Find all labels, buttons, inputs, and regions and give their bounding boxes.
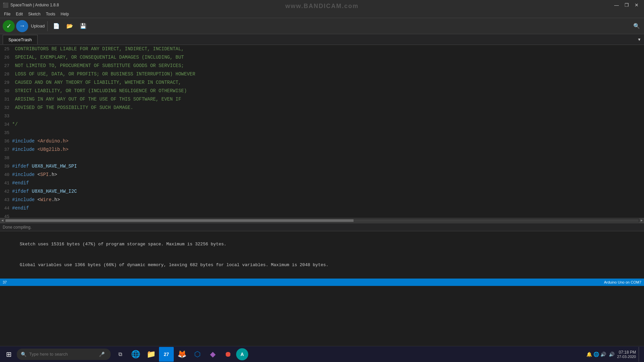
code-line-28: 28 LOSS OF USE, DATA, OR PROFITS; OR BUS… [0,70,644,78]
code-line-38: 38 [0,154,644,162]
search-icon: 🔍 [21,352,26,357]
verify-button[interactable]: ✓ [3,20,15,32]
open-button[interactable]: 📂 [64,20,76,32]
toolbar-separator [47,21,48,31]
output-header: Done compiling. [0,223,644,231]
show-desktop-button[interactable] [639,347,640,362]
scroll-thumb[interactable] [5,219,354,222]
taskbar: ⊞ 🔍 🎤 ⧉ 🌐 📁 27 🦊 ⬡ ◆ ⏺ A 🔔 🌐 🔊 🔊 [0,346,644,362]
menu-sketch[interactable]: Sketch [25,11,43,17]
code-line-39: 39 #ifdef U8X8_HAVE_HW_SPI [0,162,644,171]
menu-help[interactable]: Help [58,11,72,17]
tab-bar: SpaceTrash ▼ [0,34,644,45]
tab-spactrash[interactable]: SpaceTrash [3,35,38,44]
firefox-app[interactable]: 🦊 [174,347,189,362]
window-title: SpaceTrash | Arduino 1.8.8 [10,3,59,7]
taskbar-right: 🔔 🌐 🔊 🔊 07:18 PM 27-03-2020 [586,347,643,362]
code-line-42: 42 #ifdef U8X8_HAVE_HW_I2C [0,187,644,196]
code-line-29: 29 CAUSED AND ON ANY THEORY OF LIABILITY… [0,78,644,87]
restore-button[interactable]: ❐ [622,0,631,10]
title-bar: ⬛ SpaceTrash | Arduino 1.8.8 www.BANDICA… [0,0,644,10]
tab-dropdown[interactable]: ▼ [637,37,641,42]
microphone-icon: 🎤 [99,352,105,357]
output-line-1: Sketch uses 15316 bytes (47%) of program… [4,234,640,255]
code-line-33: 33 [0,112,644,120]
code-line-25: 25 CONTRIBUTORS BE LIABLE FOR ANY DIRECT… [0,45,644,53]
new-button[interactable]: 📄 [50,20,62,32]
menu-bar: File Edit Sketch Tools Help [0,10,644,18]
code-line-37: 37 #include <U8g2lib.h> [0,145,644,154]
code-line-40: 40 #include <SPI.h> [0,171,644,179]
taskbar-apps: ⧉ 🌐 📁 27 🦊 ⬡ ◆ ⏺ A [113,347,248,362]
code-line-27: 27 NOT LIMITED TO, PROCUREMENT OF SUBSTI… [0,62,644,70]
scroll-track[interactable] [5,219,639,222]
title-bar-controls: — ❐ ✕ [612,0,641,10]
menu-tools[interactable]: Tools [43,11,58,17]
status-bar: 37 Arduino Uno on COM7 [0,279,644,286]
scroll-right-arrow[interactable]: ▶ [639,218,644,223]
code-line-43: 43 #include <Wire.h> [0,196,644,204]
toolbar-search-button[interactable]: 🔍 [632,21,641,31]
code-line-41: 41 #endif [0,179,644,187]
volume-icon[interactable]: 🔊 [609,352,614,357]
code-line-32: 32 ADVISED OF THE POSSIBILITY OF SUCH DA… [0,104,644,112]
code-line-30: 30 STRICT LIABILITY, OR TORT (INCLUDING … [0,87,644,95]
code-line-45: 45 [0,213,644,218]
code-line-44: 44 #endif [0,204,644,213]
close-button[interactable]: ✕ [632,0,641,10]
menu-file[interactable]: File [1,11,13,17]
taskbar-search-input[interactable] [29,352,96,357]
taskbar-search[interactable]: 🔍 🎤 [17,349,111,360]
code-line-36: 36 #include <Arduino.h> [0,137,644,145]
menu-edit[interactable]: Edit [13,11,25,17]
start-button[interactable]: ⊞ [1,347,16,362]
watermark-text: www.BANDICAM.com [285,3,359,10]
code-line-35: 35 [0,129,644,137]
title-bar-left: ⬛ SpaceTrash | Arduino 1.8.8 [3,2,59,8]
arduino-app[interactable]: A [236,348,248,360]
toolbar: ✓ → Upload 📄 📂 💾 🔍 [0,18,644,34]
code-line-26: 26 SPECIAL, EXEMPLARY, OR CONSEQUENTIAL … [0,53,644,62]
edge-app[interactable]: 🌐 [128,347,143,362]
explorer-app[interactable]: 📁 [144,347,158,362]
taskbar-time: 07:18 PM [617,350,636,355]
system-tray-icons: 🔔 🌐 🔊 [586,352,606,357]
record-app[interactable]: ⏺ [221,347,235,362]
save-button[interactable]: 💾 [77,20,89,32]
scroll-left-arrow[interactable]: ◀ [0,218,5,223]
minimize-button[interactable]: — [612,0,621,10]
app-icon: ⬛ [3,2,8,8]
output-status-label: Done compiling. [3,225,32,230]
horizontal-scrollbar[interactable]: ◀ ▶ [0,218,644,223]
code-line-34: 34 */ [0,120,644,129]
taskview-button[interactable]: ⧉ [113,347,127,362]
output-content: Sketch uses 15316 bytes (47%) of program… [0,231,644,279]
outlook-app[interactable]: 27 [159,347,174,362]
status-line-number: 37 [3,280,7,284]
vscode-app[interactable]: ⬡ [190,347,205,362]
status-board-info: Arduino Uno on COM7 [604,280,641,284]
taskbar-date: 27-03-2020 [617,355,636,359]
upload-button[interactable]: → [16,20,28,32]
output-line-2: Global variables use 1366 bytes (66%) of… [4,255,640,276]
code-area: 25 CONTRIBUTORS BE LIABLE FOR ANY DIRECT… [0,45,644,223]
upload-label: Upload [31,23,45,28]
code-editor[interactable]: 25 CONTRIBUTORS BE LIABLE FOR ANY DIRECT… [0,45,644,218]
code-line-31: 31 ARISING IN ANY WAY OUT OF THE USE OF … [0,95,644,104]
taskbar-clock[interactable]: 07:18 PM 27-03-2020 [617,350,636,359]
git-app[interactable]: ◆ [205,347,220,362]
output-panel: Done compiling. Sketch uses 15316 bytes … [0,223,644,279]
